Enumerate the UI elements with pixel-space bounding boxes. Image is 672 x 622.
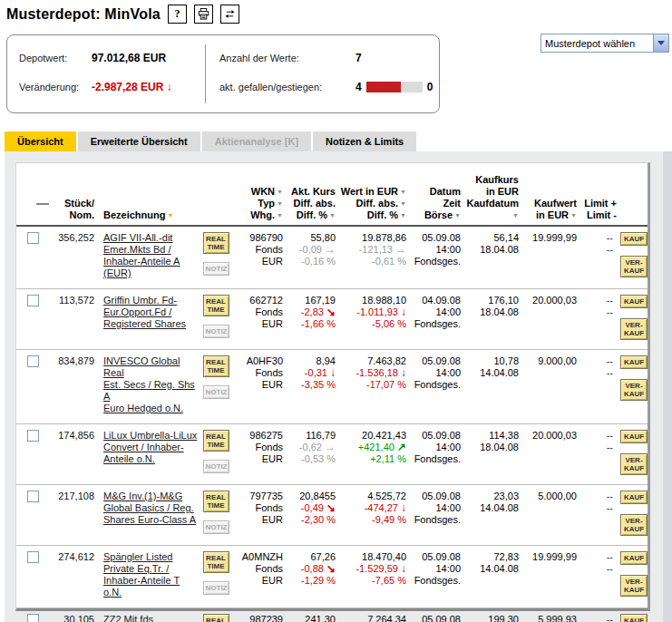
print-button[interactable] (194, 5, 213, 24)
col-header-select (16, 167, 49, 226)
wert-value: 4.525,72 (339, 491, 406, 502)
verkauf-button[interactable]: VER- KAUF (620, 453, 648, 475)
kauf-button[interactable]: KAUF (620, 430, 648, 443)
limit-plus-value: -- (580, 355, 613, 367)
kaufdatum-value: 14.04.08 (464, 367, 519, 379)
kauf-button[interactable]: KAUF (620, 232, 648, 246)
veraenderung-label: Veränderung: (19, 82, 92, 92)
tab[interactable]: Notizen & Limits (313, 131, 416, 151)
tab: Aktienanalyse [K] (202, 131, 311, 151)
sort-icon[interactable]: ▼ (400, 209, 406, 221)
boerse-value: Fondsges. (410, 575, 461, 587)
fund-link[interactable]: Griffin Umbr. Fd- Eur.Opport.Fd / Regist… (103, 295, 186, 329)
sort-icon[interactable]: ▼ (277, 186, 283, 198)
fund-link[interactable]: M&G Inv.(1)-M&G Global Basics / Reg. Sha… (103, 491, 196, 525)
whg-value: EUR (232, 318, 283, 330)
realtime-button[interactable]: REAL TIME (203, 232, 229, 254)
realtime-button[interactable]: REAL TIME (203, 355, 229, 377)
kauf-button[interactable]: KAUF (620, 355, 648, 369)
sort-icon[interactable]: ▼ (400, 186, 406, 198)
notiz-button[interactable]: NOTIZ (203, 385, 229, 399)
bar-gefallen-segment (366, 82, 401, 92)
veraenderung-value: -2.987,28 EUR ↓ (92, 81, 172, 93)
depot-select[interactable]: Musterdepot wählen (541, 34, 669, 53)
help-button[interactable]: ? (168, 5, 187, 24)
boerse-value: Fondsges. (410, 453, 461, 465)
kaufkurs-value: 23,03 (464, 491, 519, 502)
tab[interactable]: Übersicht (5, 131, 76, 151)
depotwert-value: 97.012,68 EUR (92, 52, 166, 64)
realtime-button[interactable]: REAL TIME (203, 295, 229, 316)
trend-arrow-icon: ↓ (330, 366, 336, 379)
row-checkbox[interactable] (27, 614, 39, 622)
notiz-button[interactable]: NOTIZ (203, 520, 229, 534)
trend-arrow-icon: ↗ (397, 441, 406, 453)
tab[interactable]: Erweiterte Übersicht (78, 131, 200, 151)
fund-link[interactable]: Spängler Listed Private Eq.Tr. / Inhaber… (103, 551, 180, 598)
kurs-diff-abs: -0,49 ↘ (287, 502, 336, 514)
row-checkbox[interactable] (27, 430, 39, 442)
shares-count: 274,612 (49, 546, 100, 608)
verkauf-button[interactable]: VER- KAUF (620, 256, 648, 277)
wkn-value: A0MNZH (232, 551, 283, 563)
select-dropdown-button[interactable] (653, 34, 668, 52)
realtime-button[interactable]: REAL TIME (203, 614, 229, 622)
fund-link[interactable]: LiLux Umbrella-LiLux Convert / Inhaber- … (103, 430, 197, 464)
limit-plus-value: -- (580, 232, 613, 244)
table-row: 834,879 INVESCO Global Real Est. Secs / … (16, 350, 648, 424)
col-header-wert: Wert in EUR▼ Diff. abs.▼ Diff. %▼ (339, 167, 410, 226)
row-checkbox[interactable] (27, 232, 39, 244)
refresh-button[interactable] (220, 5, 239, 24)
kauf-button[interactable]: KAUF (620, 614, 648, 622)
verkauf-button[interactable]: VER- KAUF (620, 379, 648, 401)
typ-value: Fonds (232, 442, 283, 453)
wert-diff-abs: -1.536,18 ↓ (339, 367, 406, 379)
fund-link[interactable]: AGIF VII-All.-dit Emer.Mkts Bd / Inhaber… (103, 232, 180, 278)
datum-value: 05.09.08 (410, 355, 461, 367)
fund-link[interactable]: ZZ2 Mit.fds i.fest.u.var.ve.WP / Inh.-An… (103, 614, 187, 622)
verkauf-button[interactable]: VER- KAUF (620, 575, 648, 597)
kauf-button[interactable]: KAUF (620, 551, 648, 565)
kauf-button[interactable]: KAUF (620, 295, 648, 308)
kauf-button[interactable]: KAUF (620, 491, 648, 504)
row-checkbox[interactable] (27, 295, 39, 306)
row-checkbox[interactable] (27, 491, 39, 502)
sort-icon[interactable]: ▼ (512, 209, 519, 221)
trend-arrow-icon: → (325, 441, 336, 453)
sort-icon[interactable]: ▼ (329, 209, 336, 221)
notiz-button[interactable]: NOTIZ (203, 262, 229, 276)
sort-icon[interactable]: ▼ (277, 209, 283, 221)
realtime-button[interactable]: REAL TIME (203, 430, 229, 452)
kaufdatum-value: 14.04.08 (464, 563, 519, 575)
realtime-button[interactable]: REAL TIME (203, 551, 229, 573)
verkauf-button[interactable]: VER- KAUF (620, 318, 648, 340)
notiz-button[interactable]: NOTIZ (203, 325, 229, 338)
dash-icon[interactable] (36, 203, 49, 205)
sort-icon[interactable]: ▼ (277, 198, 283, 209)
wert-diff-abs: +421,40 ↗ (339, 442, 406, 453)
whg-value: EUR (232, 256, 283, 267)
fund-link[interactable]: INVESCO Global Real Est. Secs / Reg. Shs… (103, 355, 195, 413)
table-row: 274,612 Spängler Listed Private Eq.Tr. /… (16, 546, 648, 608)
verkauf-button[interactable]: VER- KAUF (620, 514, 648, 536)
printer-icon (198, 8, 209, 20)
kaufdatum-value: 18.04.08 (464, 306, 519, 318)
kaufkurs-value: 114,38 (464, 430, 519, 442)
help-icon: ? (174, 7, 180, 21)
sort-icon[interactable]: ▼ (400, 198, 406, 209)
kaufkurs-value: 199,30 (464, 614, 519, 622)
col-header-kaufwert: Kaufwert in EUR▼ (522, 167, 580, 226)
sort-icon[interactable]: ▼ (570, 209, 577, 221)
row-checkbox[interactable] (27, 355, 39, 367)
notiz-button[interactable]: NOTIZ (203, 581, 229, 595)
kurs-diff-abs: -0,31 ↓ (287, 367, 336, 379)
realtime-button[interactable]: REAL TIME (203, 491, 229, 512)
notiz-button[interactable]: NOTIZ (203, 460, 229, 473)
gefallen-gestiegen-bar (366, 82, 423, 92)
sort-icon[interactable]: ▼ (454, 209, 461, 221)
row-checkbox[interactable] (27, 551, 39, 563)
sort-icon[interactable]: ▼ (167, 209, 173, 221)
whg-value: EUR (232, 514, 283, 526)
zeit-value: 14:00 (410, 563, 461, 575)
akt-kurs-value: 8,94 (287, 355, 336, 367)
